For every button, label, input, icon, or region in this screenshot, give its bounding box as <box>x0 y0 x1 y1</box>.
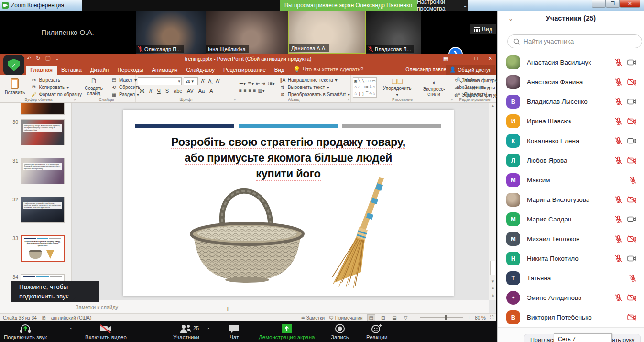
participant-row[interactable]: Л Любов Ярова <box>498 151 644 170</box>
slide-thumbnail-32[interactable]: І найголовніше не думайте про бонуси, пр… <box>21 197 65 223</box>
restore-button[interactable]: ❐ <box>606 0 620 8</box>
participant-row[interactable]: М Максим <box>498 170 644 190</box>
record-button[interactable]: Запись <box>331 323 349 340</box>
notes-toggle[interactable]: ≐ Заметки <box>301 315 325 320</box>
audio-options-caret[interactable]: ⌃ <box>69 327 73 332</box>
ribbon-display-button[interactable]: ▦ <box>443 55 448 62</box>
select-button[interactable]: ⌖Выделить ▾ <box>456 91 493 98</box>
start-video-button[interactable]: Включить видео <box>85 323 127 340</box>
fit-slide-button[interactable]: ⛶ <box>490 315 493 320</box>
tab-transitions[interactable]: Переходы <box>113 66 147 75</box>
shape-glyph[interactable]: ㄱ <box>361 84 365 89</box>
dialog-launcher-icon[interactable]: ⌐ <box>348 98 349 101</box>
video-tile-oleksandr[interactable]: Олександр П... <box>136 11 206 54</box>
zoom-in-button[interactable]: + <box>468 315 470 320</box>
participant-row[interactable]: И Ирина Шаясюк <box>498 111 644 131</box>
participant-row[interactable]: К Коваленко Елена <box>498 131 644 151</box>
slide-thumbnail-33[interactable]: Розробіть свою стратегію продажу товару,… <box>21 235 65 262</box>
shape-glyph[interactable]: ⇨ <box>365 85 369 89</box>
dialog-launcher-icon[interactable]: ⌐ <box>451 98 453 101</box>
participant-row[interactable]: Марина Вислогузова <box>498 190 644 210</box>
participant-row[interactable]: В Владислав Лысенко <box>498 92 644 111</box>
participant-row[interactable]: Н Никита Покотило <box>498 249 644 268</box>
video-tile-pylypenko[interactable]: Пилипенко О.А. <box>0 11 135 54</box>
replace-button[interactable]: abЗаменить ▾ <box>456 84 493 90</box>
align-left-button[interactable]: ≡ <box>239 88 242 93</box>
indent-buttons[interactable]: ⇤ ⇥ <box>256 81 265 86</box>
shape-glyph[interactable]: ╲ <box>358 79 360 83</box>
participants-options-caret[interactable]: ⌃ <box>207 327 210 332</box>
clear-format-button[interactable]: А̸ <box>215 78 220 84</box>
tell-me-box[interactable]: 💡Что вы хотите сделать? <box>289 65 369 75</box>
previous-slide-button[interactable]: ⇞ <box>489 286 497 290</box>
view-settings-dropdown[interactable]: Настройки просмотра⌄ <box>417 0 468 11</box>
video-tile-vladyslav[interactable]: Владислав Л... <box>366 11 421 54</box>
zoom-percentage[interactable]: 80 % <box>475 315 486 320</box>
shape-glyph[interactable]: } <box>362 91 364 96</box>
vertical-scrollbar[interactable]: ▲ ▼ ⇞ ⇟ <box>489 103 496 300</box>
text-direction-button[interactable]: ∥AНаправление текста ▾ <box>280 77 350 83</box>
tab-slideshow[interactable]: Слайд-шоу <box>182 66 219 75</box>
font-style-button-S[interactable]: S <box>164 88 170 94</box>
video-tile-inna[interactable]: Інна Щебликіна <box>206 11 288 54</box>
tab-insert[interactable]: Вставка <box>57 66 86 75</box>
shape-glyph[interactable]: ⌂ <box>373 85 375 89</box>
reactions-button[interactable]: Реакции <box>366 323 387 340</box>
shape-glyph[interactable]: ○ <box>370 79 372 83</box>
tab-review[interactable]: Рецензирование <box>219 66 270 75</box>
search-participant-input[interactable]: Найти участника <box>507 34 642 48</box>
grow-font-button[interactable]: А̂ <box>200 78 205 84</box>
copy-button[interactable]: ⧉Копировать ▾ <box>31 84 82 90</box>
slide-thumbnail-partial[interactable] <box>21 103 65 115</box>
zoom-slider[interactable] <box>420 317 463 318</box>
font-style-button-Ж[interactable]: Ж <box>139 88 145 94</box>
shape-glyph[interactable]: ▭ <box>372 79 376 83</box>
shape-glyph[interactable]: △ <box>354 85 357 89</box>
participant-row[interactable]: М Мария Салдан <box>498 210 644 229</box>
shrink-font-button[interactable]: А̬ <box>207 78 212 84</box>
shape-glyph[interactable]: ☆ <box>354 91 357 96</box>
arrange-button[interactable]: ❏❏Упорядочить▾ <box>380 76 415 99</box>
dialog-launcher-icon[interactable]: ⌐ <box>234 98 236 101</box>
slide-sorter-button[interactable]: ⊞ <box>380 315 386 321</box>
shape-glyph[interactable]: ∿ <box>369 91 372 96</box>
font-style-button-AV[interactable]: AV <box>186 88 195 94</box>
participant-row[interactable]: Т Татьяна <box>498 268 644 288</box>
participant-row[interactable]: ✦ Эмине Алидинова <box>498 288 644 308</box>
comments-toggle[interactable]: 🗨 Примечания <box>329 315 363 320</box>
next-slide-button[interactable]: ⇟ <box>489 294 497 298</box>
reading-view-button[interactable]: ⬓ <box>391 315 398 321</box>
font-size-select[interactable]: 28 ▾ <box>184 77 198 85</box>
tab-animations[interactable]: Анимация <box>147 66 182 75</box>
new-slide-button[interactable]: 🗋Создать слайд <box>79 76 108 97</box>
chat-button[interactable]: Чат <box>229 323 240 340</box>
columns-button[interactable]: ▥▾ <box>258 88 264 93</box>
tab-view[interactable]: Вид <box>270 66 289 75</box>
zoom-out-button[interactable]: − <box>414 315 416 320</box>
ppt-minimize-button[interactable]: — <box>458 55 464 62</box>
font-name-select[interactable]: ▾ <box>138 77 182 85</box>
align-right-button[interactable]: ≡ <box>249 88 251 93</box>
dialog-launcher-icon[interactable]: ⌐ <box>74 98 76 101</box>
shape-glyph[interactable]: ⇩ <box>369 85 372 89</box>
tab-design[interactable]: Дизайн <box>86 66 113 75</box>
join-audio-button[interactable]: Подключить звук <box>4 323 47 340</box>
font-style-button-abc[interactable]: abc <box>173 88 183 94</box>
scrollbar-thumb[interactable] <box>490 261 495 275</box>
bullets-button[interactable]: ☰▾ <box>239 81 246 86</box>
ppt-maximize-button[interactable]: □ <box>474 55 478 62</box>
close-button[interactable]: ✕ <box>620 0 640 8</box>
ppt-close-button[interactable]: ✕ <box>488 55 492 62</box>
cut-button[interactable]: ✂Вырезать <box>31 77 82 83</box>
participant-row[interactable]: М Михаил Тепляков <box>498 229 644 249</box>
collapse-ribbon-button[interactable]: ⌃ <box>490 97 493 101</box>
slide-thumbnail-31[interactable]: Допомагайте зробити вибір, а не продавай… <box>21 158 65 184</box>
shape-glyph[interactable]: ㄥ <box>358 84 361 89</box>
line-spacing-button[interactable]: ↕≡▾ <box>267 81 275 86</box>
shape-glyph[interactable]: ☆ <box>372 91 376 96</box>
video-tile-danylova-active-speaker[interactable]: Данилова А.А. <box>288 11 366 54</box>
broom-image[interactable] <box>329 177 399 289</box>
view-layout-button[interactable]: Вид <box>470 24 496 34</box>
participant-row[interactable]: Анастасия Васильчук <box>498 53 644 72</box>
font-style-button-Ч[interactable]: Ч <box>156 88 161 94</box>
